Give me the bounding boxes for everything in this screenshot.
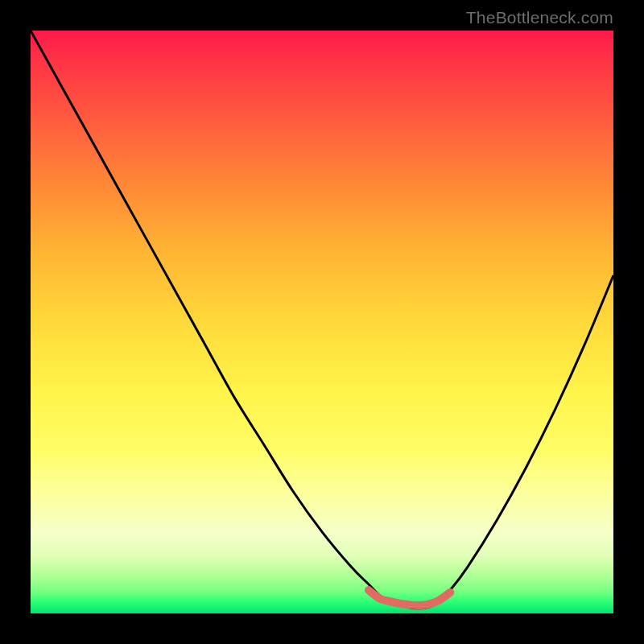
bottleneck-curve <box>31 31 613 609</box>
curve-svg <box>31 31 613 613</box>
chart-frame: TheBottleneck.com <box>0 0 644 644</box>
highlight-segment <box>369 590 450 605</box>
attribution-text: TheBottleneck.com <box>466 8 613 27</box>
plot-area <box>31 31 613 613</box>
